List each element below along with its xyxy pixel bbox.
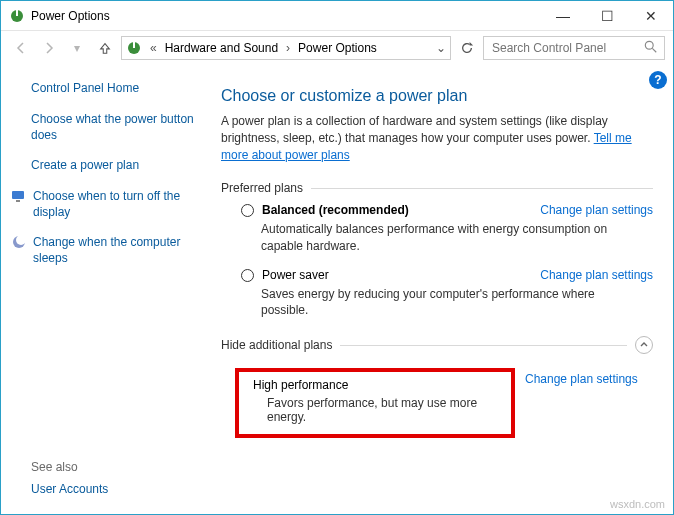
help-icon[interactable]: ? (649, 71, 667, 89)
search-input[interactable] (490, 40, 644, 56)
search-icon[interactable] (644, 40, 658, 57)
minimize-button[interactable]: — (541, 1, 585, 30)
titlebar: Power Options — ☐ ✕ (1, 1, 673, 31)
refresh-button[interactable] (455, 36, 479, 60)
sidebar-link-create-plan[interactable]: Create a power plan (31, 157, 201, 173)
svg-rect-7 (16, 200, 20, 202)
up-button[interactable] (93, 36, 117, 60)
additional-plans-header[interactable]: Hide additional plans (221, 336, 653, 354)
plan-balanced-desc: Automatically balances performance with … (261, 221, 621, 253)
svg-rect-3 (133, 42, 135, 48)
change-plan-balanced[interactable]: Change plan settings (540, 203, 653, 217)
radio-balanced[interactable] (241, 204, 254, 217)
radio-power-saver[interactable] (241, 269, 254, 282)
control-panel-home-link[interactable]: Control Panel Home (31, 81, 201, 95)
plan-power-saver-desc: Saves energy by reducing your computer's… (261, 286, 621, 318)
breadcrumb-1[interactable]: Hardware and Sound (165, 41, 278, 55)
address-dropdown-icon[interactable]: ⌄ (436, 41, 446, 55)
svg-point-4 (645, 41, 653, 49)
page-title: Choose or customize a power plan (221, 87, 653, 105)
see-also-user-accounts[interactable]: User Accounts (31, 482, 108, 496)
sidebar-link-turn-off-display[interactable]: Choose when to turn off the display (31, 188, 201, 220)
window-title: Power Options (31, 9, 110, 23)
plan-balanced-label[interactable]: Balanced (recommended) (262, 203, 409, 217)
change-plan-high-performance[interactable]: Change plan settings (525, 372, 638, 386)
recent-button[interactable]: ▾ (65, 36, 89, 60)
svg-point-9 (16, 235, 26, 245)
svg-rect-1 (16, 10, 18, 16)
search-box[interactable] (483, 36, 665, 60)
see-also-header: See also (31, 460, 78, 474)
svg-line-5 (652, 48, 656, 52)
breadcrumb-sep: « (150, 41, 157, 55)
moon-icon (11, 234, 27, 250)
plan-high-performance-label[interactable]: High performance (253, 378, 348, 392)
change-plan-power-saver[interactable]: Change plan settings (540, 268, 653, 282)
plan-balanced: Balanced (recommended) Change plan setti… (241, 203, 653, 217)
sidebar-link-computer-sleeps[interactable]: Change when the computer sleeps (31, 234, 201, 266)
app-icon (9, 8, 25, 24)
maximize-button[interactable]: ☐ (585, 1, 629, 30)
watermark: wsxdn.com (610, 498, 665, 510)
plan-high-performance-desc: Favors performance, but may use more ene… (267, 396, 505, 424)
main-content: ? Choose or customize a power plan A pow… (211, 65, 673, 514)
address-bar[interactable]: « Hardware and Sound › Power Options ⌄ (121, 36, 451, 60)
control-panel-icon (126, 40, 142, 56)
plan-power-saver: Power saver Change plan settings (241, 268, 653, 282)
breadcrumb-sep: › (286, 41, 290, 55)
navbar: ▾ « Hardware and Sound › Power Options ⌄ (1, 31, 673, 65)
preferred-plans-header: Preferred plans (221, 181, 653, 195)
high-performance-highlight: High performance Favors performance, but… (235, 368, 515, 438)
plan-power-saver-label[interactable]: Power saver (262, 268, 329, 282)
high-performance-row: High performance Favors performance, but… (221, 362, 653, 438)
breadcrumb-2[interactable]: Power Options (298, 41, 377, 55)
back-button[interactable] (9, 36, 33, 60)
sidebar-link-power-button[interactable]: Choose what the power button does (31, 111, 201, 143)
svg-rect-6 (12, 191, 24, 199)
window-controls: — ☐ ✕ (541, 1, 673, 30)
collapse-icon[interactable] (635, 336, 653, 354)
monitor-icon (11, 188, 27, 204)
forward-button[interactable] (37, 36, 61, 60)
close-button[interactable]: ✕ (629, 1, 673, 30)
page-description: A power plan is a collection of hardware… (221, 113, 653, 163)
sidebar: Control Panel Home Choose what the power… (1, 65, 211, 514)
